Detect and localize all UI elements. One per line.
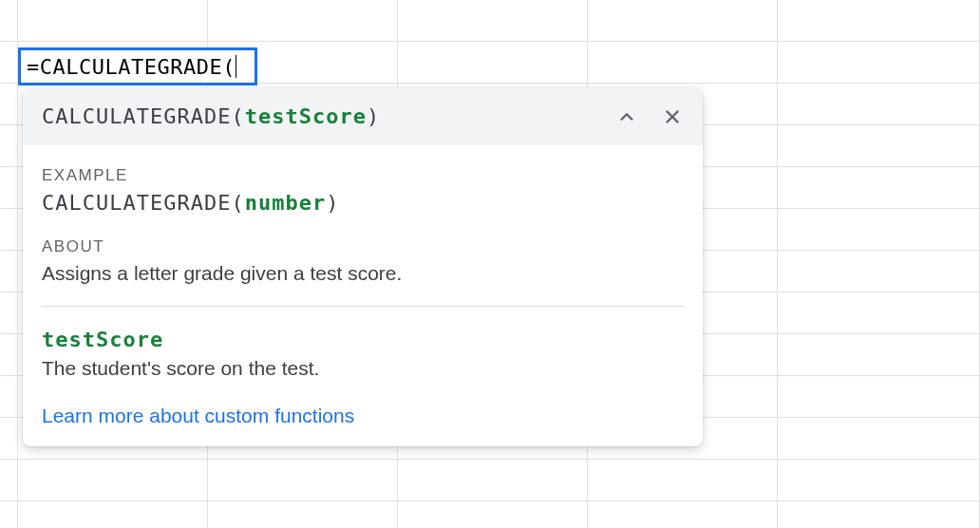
grid-cell[interactable] (778, 418, 980, 460)
tooltip-actions (615, 105, 684, 128)
grid-cell[interactable] (0, 209, 18, 251)
grid-cell[interactable] (208, 460, 398, 501)
example-arg-type: number (245, 191, 326, 215)
grid-cell[interactable] (0, 334, 18, 376)
grid-cell[interactable] (778, 42, 980, 84)
grid-cell[interactable] (778, 251, 980, 292)
grid-cell[interactable] (778, 334, 980, 376)
grid-cell[interactable] (778, 209, 980, 251)
function-help-tooltip: CALCULATEGRADE(testScore) EXAMPLE CALCUL… (23, 87, 703, 446)
param-name: testScore (42, 328, 684, 351)
grid-cell[interactable] (778, 501, 980, 528)
grid-cell[interactable] (0, 460, 18, 501)
example-label: EXAMPLE (42, 166, 684, 185)
collapse-button[interactable] (615, 105, 638, 128)
grid-cell[interactable] (18, 501, 208, 528)
about-text: Assigns a letter grade given a test scor… (42, 262, 684, 285)
grid-cell[interactable] (208, 501, 398, 528)
example-text: CALCULATEGRADE(number) (42, 191, 684, 215)
grid-cell[interactable] (778, 84, 980, 125)
example-func-name: CALCULATEGRADE (42, 191, 231, 215)
tooltip-body: EXAMPLE CALCULATEGRADE(number) ABOUT Ass… (23, 145, 703, 446)
learn-more-link[interactable]: Learn more about custom functions (42, 405, 684, 427)
grid-cell[interactable] (0, 0, 18, 42)
grid-cell[interactable] (18, 0, 208, 42)
close-icon (662, 106, 683, 127)
divider (42, 306, 684, 307)
signature-func-name: CALCULATEGRADE (42, 104, 231, 128)
grid-cell[interactable] (588, 42, 778, 84)
grid-cell[interactable] (0, 84, 18, 125)
param-description: The student's score on the test. (42, 357, 684, 380)
grid-cell[interactable] (588, 0, 778, 42)
grid-cell[interactable] (588, 460, 778, 501)
grid-cell[interactable] (0, 125, 18, 167)
grid-cell[interactable] (398, 42, 588, 84)
grid-cell[interactable] (778, 167, 980, 209)
formula-text: =CALCULATEGRADE( (27, 55, 236, 79)
grid-cell[interactable] (0, 251, 18, 292)
grid-cell[interactable] (398, 460, 588, 501)
grid-cell[interactable] (778, 292, 980, 334)
grid-cell[interactable] (18, 460, 208, 501)
grid-cell[interactable] (0, 167, 18, 209)
grid-cell[interactable] (208, 0, 398, 42)
grid-cell[interactable] (0, 292, 18, 334)
grid-cell[interactable] (778, 460, 980, 501)
grid-cell[interactable] (0, 42, 18, 84)
signature-param: testScore (245, 104, 367, 128)
grid-cell[interactable] (398, 501, 588, 528)
chevron-up-icon (616, 106, 637, 127)
grid-cell[interactable] (778, 125, 980, 167)
text-cursor (236, 55, 236, 78)
tooltip-header: CALCULATEGRADE(testScore) (23, 87, 703, 145)
grid-cell[interactable] (778, 0, 980, 42)
grid-cell[interactable] (0, 376, 18, 418)
about-label: ABOUT (42, 237, 684, 256)
grid-cell[interactable] (778, 376, 980, 418)
grid-cell[interactable] (588, 501, 778, 528)
grid-cell[interactable] (0, 501, 18, 528)
function-signature: CALCULATEGRADE(testScore) (42, 104, 380, 128)
active-cell-formula-input[interactable]: =CALCULATEGRADE( (18, 47, 257, 85)
grid-cell[interactable] (398, 0, 588, 42)
grid-cell[interactable] (0, 418, 18, 460)
close-button[interactable] (661, 105, 684, 128)
